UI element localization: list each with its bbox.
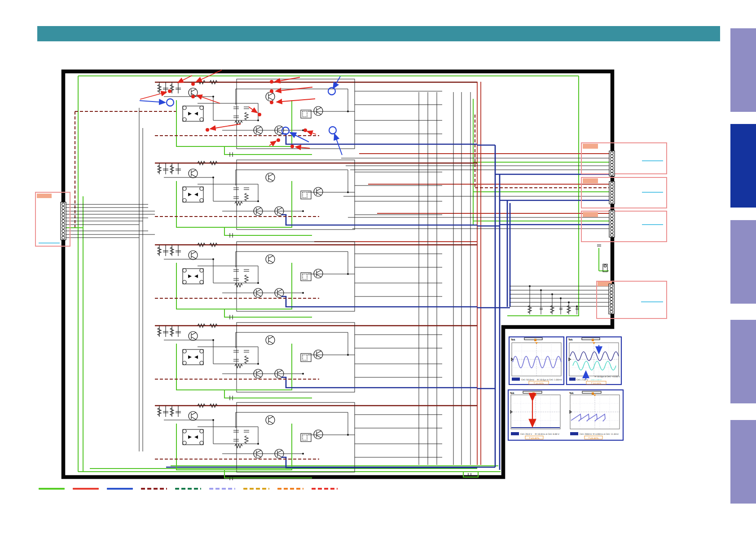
- connector-b-highlight: [583, 178, 598, 183]
- scope-1-t-readout: T 10.00%: [533, 382, 544, 385]
- scope-1-trigger-readout: M 10.0µs A CH1 1.00mV: [537, 379, 563, 381]
- scope-3-brand: Tek: [510, 392, 514, 394]
- scope-2-ch2-readout: CH2 2.00 V: [591, 379, 602, 381]
- scope-3-trigger-readout: M 10.0ms A CH1 6.00 V: [535, 433, 560, 435]
- legend-item-3-solid: [107, 488, 133, 490]
- legend-item-8-dashed: [277, 488, 303, 490]
- scope-3-t-readout: T 29.40%: [529, 437, 540, 439]
- legend-item-5-dashed: [175, 488, 201, 490]
- legend-item-2-solid: [73, 488, 99, 490]
- scope-3-ch1-readout: CH1 20.0 V: [520, 433, 532, 435]
- scope-2-ch1-readout: CH1 2.00 V: [576, 379, 589, 381]
- legend-item-7-dashed: [243, 488, 269, 490]
- page: { "page": {"background": "#ffffff", "des…: [0, 0, 756, 535]
- connector-c-highlight: [583, 212, 598, 217]
- legend-item-1-solid: [39, 488, 65, 490]
- connector-pin-strips: [61, 151, 615, 314]
- scope-2-trigger-readout: M 10.0µs A CH1 +0.00 V: [594, 376, 620, 378]
- scope-2-brand: Tek: [568, 338, 573, 341]
- scope-2-t-readout: T 10.00%: [591, 382, 602, 385]
- scope-4-brand: Tek: [569, 392, 574, 394]
- scope-4-t-readout: T 29.40%: [588, 437, 599, 439]
- scope-4-ch1-readout: CH1 200mV: [580, 433, 592, 435]
- connector-a-highlight: [583, 144, 598, 149]
- wire-color-legend: [39, 488, 346, 491]
- connector-e-highlight: [37, 194, 52, 198]
- legend-item-6-dashed: [209, 488, 235, 490]
- scope-1-brand: Tek: [511, 338, 515, 341]
- annotation-arrows: [140, 70, 342, 155]
- legend-item-9-dashed: [312, 488, 338, 490]
- circuit-rows: [155, 79, 477, 480]
- scope-1-ch1-readout: CH1 50.0mV: [521, 379, 535, 381]
- legend-item-4-dashed: [141, 488, 167, 490]
- schematic-canvas: Tek CH1 50.0mV M 10.0µs A CH1 1.00mV T 1…: [0, 0, 756, 535]
- oscilloscope-panels: Tek CH1 50.0mV M 10.0µs A CH1 1.00mV T 1…: [508, 337, 623, 440]
- scope-4-trigger-readout: M 4.00ms A CH1 11.0mV: [593, 433, 619, 435]
